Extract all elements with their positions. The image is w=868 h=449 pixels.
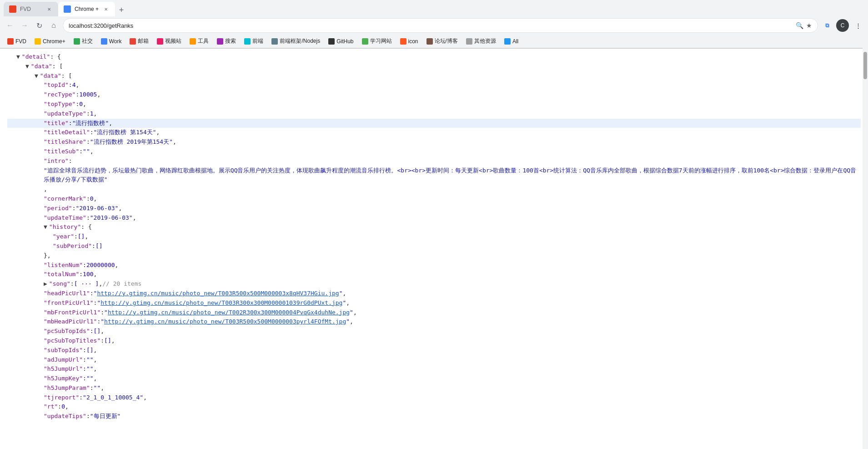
- line-detail: ▼ "detail": {: [7, 52, 861, 62]
- bookmark-star-icon[interactable]: ★: [806, 22, 812, 29]
- back-button[interactable]: ←: [4, 19, 16, 32]
- key-frontpicurl1: "frontPicUrl1": [44, 298, 94, 308]
- account-button[interactable]: C: [836, 19, 849, 32]
- key-intro: "intro": [44, 156, 69, 166]
- val-mbfrontpicurl1-q2: ": [350, 308, 353, 318]
- menu-button[interactable]: ⋮: [852, 19, 864, 32]
- bookmark-tools[interactable]: 工具: [186, 36, 212, 46]
- line-tjreport: "tjreport": "2_1_0_1_10005_4",: [7, 393, 861, 403]
- bookmark-all-icon: [504, 38, 511, 45]
- bookmark-nodejs-label: 前端框架/Nodejs: [280, 37, 320, 45]
- address-bar-row: ← → ↻ ⌂ localhost:3200/getRanks 🔍 ★ ⧉ C …: [0, 16, 868, 35]
- tab-chrome-title: Chrome +: [75, 6, 99, 12]
- val-song: [ ··· ]: [74, 279, 99, 289]
- bookmark-learning-label: 学习网站: [370, 37, 392, 45]
- bookmarks-bar: FVD Chrome+ 社交 Work 邮箱 视频站 工具 搜索: [0, 35, 868, 48]
- line-totalnum: "totalNum": 100,: [7, 270, 861, 279]
- bookmark-search[interactable]: 搜索: [213, 36, 240, 46]
- reload-button[interactable]: ↻: [33, 19, 45, 32]
- key-adjumpurl: "adJumpUrl": [44, 355, 83, 365]
- key-mbheadpicurl1: "mbHeadPicUrl1": [44, 317, 97, 327]
- bookmark-social-icon: [74, 38, 80, 45]
- key-period: "period": [44, 204, 72, 213]
- tab-chrome[interactable]: Chrome + ✕: [58, 2, 115, 16]
- bookmark-frontend-icon: [244, 38, 251, 45]
- line-history-close: },: [7, 251, 861, 261]
- val-pcsubtoptitles: []: [104, 336, 111, 346]
- line-adjumpurl: "adJumpUrl": "",: [7, 355, 861, 365]
- browser-chrome: FVD ✕ Chrome + ✕ + ← → ↻ ⌂ localhost:320…: [0, 0, 868, 49]
- key-h5jumpurl: "h5JumpUrl": [44, 364, 83, 374]
- bookmark-icon[interactable]: icon: [396, 37, 422, 45]
- key-year: "year": [53, 232, 74, 242]
- lens-icon: 🔍: [796, 22, 803, 29]
- val-rt: 0: [61, 402, 65, 412]
- val-subperiod: []: [95, 242, 103, 251]
- scroll-thumb[interactable]: [863, 52, 867, 79]
- link-mbfrontpicurl1[interactable]: http://y.gtimg.cn/music/photo_new/T002R3…: [108, 308, 350, 318]
- forward-button[interactable]: →: [18, 19, 31, 32]
- key-history: "history": [49, 222, 81, 232]
- tab-chrome-close[interactable]: ✕: [102, 5, 110, 13]
- bookmark-nodejs-icon: [271, 38, 278, 45]
- address-bar[interactable]: localhost:3200/getRanks 🔍 ★: [63, 18, 818, 33]
- line-mbfrontpicurl1: "mbFrontPicUrl1": "http://y.gtimg.cn/mus…: [7, 308, 861, 318]
- bookmark-other[interactable]: 其他资源: [462, 36, 500, 46]
- line-cornermark: "cornerMark": 0,: [7, 194, 861, 204]
- tab-fvd-close[interactable]: ✕: [45, 5, 53, 13]
- bookmark-learning-icon: [362, 38, 368, 45]
- bookmark-github[interactable]: GitHub: [325, 37, 357, 45]
- line-toptype: "topType": 0,: [7, 100, 861, 109]
- link-mbheadpicurl1[interactable]: http://y.gtimg.cn/music/photo_new/T003R5…: [104, 317, 346, 327]
- link-frontpicurl1[interactable]: http://y.gtimg.cn/music/photo_new/T003R3…: [100, 298, 342, 308]
- bookmark-all[interactable]: All: [501, 37, 522, 45]
- bookmark-nodejs[interactable]: 前端框架/Nodejs: [268, 36, 324, 46]
- val-adjumpurl: "": [86, 355, 94, 365]
- bookmark-social[interactable]: 社交: [70, 36, 96, 46]
- bookmark-fvd[interactable]: FVD: [4, 37, 30, 45]
- val-topid: 4: [72, 81, 76, 90]
- key-cornermark: "cornerMark": [44, 194, 86, 204]
- bookmark-fvd-label: FVD: [15, 38, 26, 45]
- home-button[interactable]: ⌂: [47, 19, 60, 32]
- key-title: "title": [44, 119, 69, 128]
- val-cornermark: 0: [90, 194, 94, 204]
- line-song: ▶ "song": [ ··· ], // 20 items: [7, 279, 861, 289]
- bookmark-chrome-label: Chrome+: [43, 38, 65, 45]
- line-data-inner: ▼ "data": [: [7, 71, 861, 81]
- new-tab-button[interactable]: +: [115, 4, 128, 16]
- toggle-data-inner[interactable]: ▼: [35, 71, 38, 81]
- key-titleshare: "titleShare": [44, 137, 86, 147]
- key-listennum: "listenNum": [44, 261, 83, 270]
- val-pcsubtopids: []: [94, 327, 101, 336]
- bookmark-learning[interactable]: 学习网站: [358, 36, 396, 46]
- bookmark-chrome[interactable]: Chrome+: [31, 37, 69, 45]
- bookmark-mail[interactable]: 邮箱: [126, 36, 152, 46]
- key-subperiod: "subPeriod": [53, 242, 92, 251]
- val-frontpicurl1-q2: ": [342, 298, 346, 308]
- line-headpicurl1: "headPicUrl1": "http://y.gtimg.cn/music/…: [7, 289, 861, 298]
- val-titleshare: "流行指数榜 2019年第154天": [90, 137, 173, 147]
- scrollbar[interactable]: [863, 46, 868, 433]
- bookmark-video[interactable]: 视频站: [153, 36, 185, 46]
- toggle-detail[interactable]: ▼: [16, 52, 20, 62]
- toggle-data-outer[interactable]: ▼: [25, 62, 29, 71]
- bookmark-forum[interactable]: 论坛/博客: [423, 36, 462, 46]
- key-h5jumpparam: "h5JumpParam": [44, 383, 90, 393]
- tab-fvd[interactable]: FVD ✕: [4, 2, 58, 16]
- val-rectype: 10005: [79, 90, 97, 100]
- val-mbfrontpicurl1-q1: ": [104, 308, 108, 318]
- toggle-history[interactable]: ▼: [44, 222, 47, 232]
- bookmark-work[interactable]: Work: [97, 37, 125, 45]
- key-titledetail: "titleDetail": [44, 128, 90, 137]
- link-headpicurl1[interactable]: http://y.gtimg.cn/music/photo_new/T003R5…: [97, 289, 339, 298]
- tab-fvd-favicon: [9, 5, 16, 13]
- val-listennum: 20000000: [86, 261, 115, 270]
- line-history: ▼ "history": {: [7, 222, 861, 232]
- toggle-song[interactable]: ▶: [44, 279, 47, 289]
- line-mbheadpicurl1: "mbHeadPicUrl1": "http://y.gtimg.cn/musi…: [7, 317, 861, 327]
- key-song: "song": [49, 279, 70, 289]
- key-detail: "detail": [22, 52, 50, 62]
- extensions-button[interactable]: ⧉: [821, 19, 833, 32]
- bookmark-frontend[interactable]: 前端: [241, 36, 267, 46]
